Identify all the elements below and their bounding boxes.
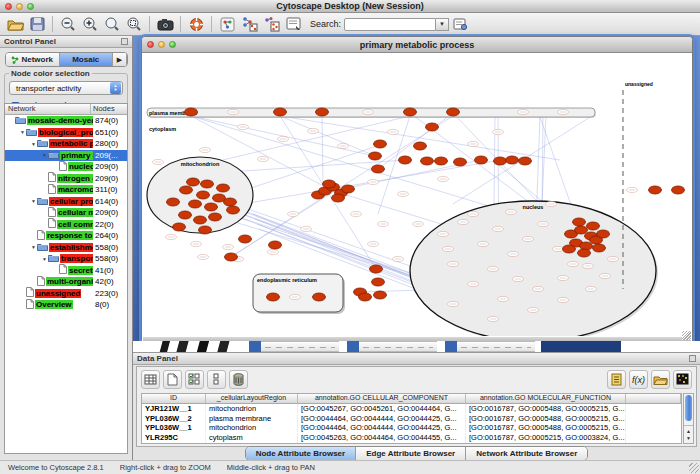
scroll-up-icon[interactable]: ▲ [686, 428, 691, 435]
snapshot-icon[interactable] [154, 15, 176, 34]
layout-icon-1[interactable] [238, 15, 260, 34]
search-input[interactable] [344, 18, 436, 31]
tree-row-transport[interactable]: ▼transport558(0) [5, 253, 127, 265]
tree-row-nucleobase-[interactable]: nucleobase-209(0) [5, 161, 127, 173]
background-window-fragment[interactable] [261, 341, 339, 352]
tree-row-count: 558(0) [93, 254, 127, 263]
tab-network[interactable]: Network [6, 53, 60, 66]
tree-row-mosaic-demo-yeast[interactable]: mosaic-demo-yeast874(0) [5, 115, 127, 127]
import-attributes-icon[interactable] [651, 370, 670, 389]
window-resize-grip[interactable] [682, 331, 691, 340]
background-window-edge[interactable] [249, 341, 261, 352]
tree-row-count: 311(0) [93, 185, 127, 194]
tab-network-attribute-browser[interactable]: Network Attribute Browser [466, 447, 587, 460]
search-options-icon[interactable] [449, 15, 471, 34]
help-icon[interactable] [185, 15, 207, 34]
expand-arrow-icon[interactable]: ▼ [30, 198, 37, 204]
scroll-down-icon[interactable]: ▼ [686, 435, 691, 442]
network-overview-icon[interactable] [216, 15, 238, 34]
tree-row-count: 614(0) [93, 197, 127, 206]
selected-network-node [372, 165, 385, 173]
tree-row-label: multi-organism pro [46, 277, 93, 286]
open-file-icon[interactable] [4, 15, 26, 34]
zoom-out-icon[interactable] [57, 15, 79, 34]
table-cell: [GO:0005488, GO:0005215, GO:0003674] [466, 442, 626, 444]
tree-row-response-to-stimulu[interactable]: response to stimulu264(0) [5, 230, 127, 242]
tree-row-establishment-of-lo[interactable]: ▼establishment of lo558(0) [5, 242, 127, 254]
network-canvas[interactable]: plasma membranecytoplasmmitochondrionnuc… [143, 54, 691, 336]
scrollbar-thumb[interactable] [685, 395, 692, 421]
tree-column-nodes[interactable]: Nodes [91, 104, 127, 114]
delete-attribute-icon[interactable] [229, 370, 248, 389]
float-data-panel-icon[interactable] [689, 355, 696, 362]
network-view-window[interactable]: primary metabolic process plasma membran… [141, 36, 693, 342]
background-window-logo[interactable] [151, 341, 241, 352]
tree-row-unassigned[interactable]: unassigned223(0) [5, 288, 127, 300]
table-row[interactable]: YJR121W__1mitochondrion[GO:0045267, GO:0… [142, 404, 681, 414]
node-color-dropdown[interactable]: transporter activity ▲▼ [9, 81, 123, 95]
expand-arrow-icon[interactable]: ▼ [30, 244, 37, 250]
expand-arrow-icon[interactable]: ▼ [30, 141, 37, 147]
tree-row-biological-process[interactable]: ▼biological_process651(0) [5, 127, 127, 139]
unselect-attributes-icon[interactable] [207, 370, 226, 389]
network-tree-header: Network Nodes [5, 104, 127, 115]
search-dropdown-arrow-icon[interactable]: ▼ [436, 18, 449, 31]
table-cell: mitochondrion [206, 423, 298, 432]
select-attributes-icon[interactable] [185, 370, 204, 389]
table-cell: [GO:0016787, GO:0005488, GO:0005215, G..… [466, 423, 626, 432]
file-icon [48, 172, 57, 184]
network-window-titlebar[interactable]: primary metabolic process [142, 37, 692, 53]
save-icon[interactable] [26, 15, 48, 34]
float-panel-icon[interactable] [121, 38, 128, 45]
table-column-header[interactable]: _cellularLayoutRegion [206, 394, 298, 403]
expand-arrow-icon[interactable]: ▼ [19, 129, 26, 135]
table-row[interactable]: YPL036W__1mitochondrion[GO:0044464, GO:0… [142, 423, 681, 433]
tree-row-metabolic-process[interactable]: ▼metabolic process280(0) [5, 138, 127, 150]
tab-edge-attribute-browser[interactable]: Edge Attribute Browser [356, 447, 466, 460]
tab-node-attribute-browser[interactable]: Node Attribute Browser [246, 447, 357, 460]
data-panel-title: Data Panel [137, 354, 178, 363]
background-window-edge[interactable] [445, 341, 457, 352]
tree-row-macromolecule[interactable]: macromolecule311(0) [5, 184, 127, 196]
tree-row-primary-metabo[interactable]: ▼primary metabo209(... [5, 150, 127, 162]
layout-icon-2[interactable] [260, 15, 282, 34]
table-mode-icon[interactable] [141, 370, 160, 389]
table-column-header[interactable]: annotation.GO MOLECULAR_FUNCTION [466, 394, 626, 403]
table-row[interactable]: YLR295Ccytoplasm[GO:0045263, GO:0044464,… [142, 433, 681, 443]
tree-row-label: macromolecule [57, 185, 93, 194]
table-column-header[interactable] [626, 394, 681, 403]
tree-row-secretion[interactable]: secretion41(0) [5, 265, 127, 277]
tree-row-cellular-process[interactable]: ▼cellular process614(0) [5, 196, 127, 208]
background-window-titlebar[interactable] [541, 341, 621, 352]
new-attribute-icon[interactable] [163, 370, 182, 389]
tree-row-cellular-metabol[interactable]: cellular metabol209(0) [5, 207, 127, 219]
tree-row-cell-communicat[interactable]: cell communicat22(0) [5, 219, 127, 231]
table-scrollbar[interactable]: ▲▼ [683, 393, 694, 444]
tree-row-nitrogen-compo[interactable]: nitrogen compo209(0) [5, 173, 127, 185]
function-builder-icon[interactable]: f(x) [629, 370, 648, 389]
tree-column-network[interactable]: Network [5, 104, 91, 114]
expand-arrow-icon[interactable]: ▼ [41, 256, 48, 262]
app-resize-grip[interactable] [689, 463, 699, 473]
tab-mosaic[interactable]: Mosaic [60, 53, 114, 66]
table-row[interactable]: YPL036W__2plasma membrane[GO:0044464, GO… [142, 414, 681, 424]
expand-arrow-icon[interactable]: ▼ [41, 152, 48, 158]
table-row[interactable]: YKR052Ccytoplasm[GO:0044464, GO:0044446,… [142, 442, 681, 444]
selected-network-node [197, 191, 210, 199]
matrix-icon[interactable] [673, 370, 692, 389]
zoom-fit-icon[interactable] [101, 15, 123, 34]
tree-row-label: biological_process [38, 128, 93, 137]
selected-network-node [199, 226, 212, 234]
zoom-in-icon[interactable] [79, 15, 101, 34]
tab-overflow-arrow-icon[interactable]: ▶ [113, 53, 127, 66]
tree-row-multi-organism-pro[interactable]: multi-organism pro42(0) [5, 276, 127, 288]
background-window-fragment[interactable] [359, 341, 437, 352]
tree-row-overview[interactable]: Overview8(0) [5, 299, 127, 311]
table-column-header[interactable]: ID [142, 394, 206, 403]
background-window-edge[interactable] [347, 341, 359, 352]
annotation-icon[interactable] [282, 15, 304, 34]
attribute-list-icon[interactable] [607, 370, 626, 389]
background-window-fragment[interactable] [457, 341, 535, 352]
zoom-selected-icon[interactable] [123, 15, 145, 34]
table-column-header[interactable]: annotation.GO CELLULAR_COMPONENT [298, 394, 466, 403]
